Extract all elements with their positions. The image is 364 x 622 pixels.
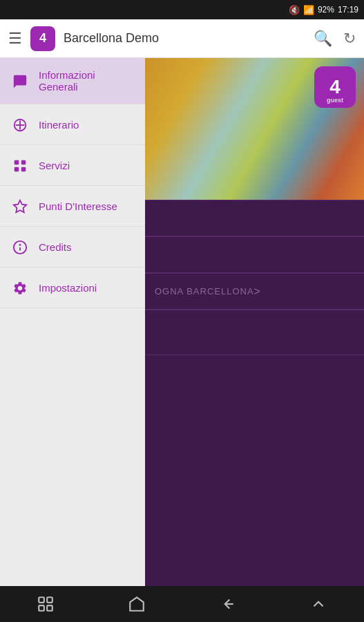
svg-rect-6: [21, 167, 26, 171]
app-title: Barcellona Demo: [64, 31, 305, 46]
hero-image: 4 guest: [145, 58, 364, 200]
sidebar-item-servizi[interactable]: Servizi: [0, 145, 145, 186]
hamburger-menu-icon[interactable]: ☰: [8, 30, 22, 48]
content-panel-2: [145, 236, 364, 273]
search-icon[interactable]: 🔍: [314, 30, 332, 48]
top-bar-actions: 🔍 ↻: [314, 30, 356, 48]
bottom-nav: [0, 586, 364, 622]
svg-rect-13: [39, 605, 44, 611]
app-logo-text: 4: [39, 31, 46, 46]
hero-logo-subtext: guest: [327, 97, 343, 104]
route-icon: [11, 115, 29, 133]
content-area: 4 guest OGNA BARCELLONA >: [145, 58, 364, 586]
info-icon: [11, 238, 29, 256]
home-button[interactable]: [116, 586, 157, 622]
sidebar-item-label-punti: Punti D'Interesse: [39, 200, 117, 212]
hero-logo-text: 4: [329, 76, 341, 98]
gear-icon: [11, 279, 29, 296]
svg-rect-14: [47, 605, 52, 611]
panel-row-4: [145, 310, 364, 355]
recent-apps-button[interactable]: [25, 586, 66, 622]
star-icon: [11, 197, 29, 215]
sidebar: Informazioni Generali Itinerario: [0, 58, 145, 586]
svg-rect-11: [39, 597, 44, 603]
barcelona-label: OGNA BARCELLONA: [155, 286, 254, 296]
sidebar-item-impostazioni[interactable]: Impostazioni: [0, 267, 145, 308]
sidebar-item-punti[interactable]: Punti D'Interesse: [0, 186, 145, 227]
grid-icon: [11, 156, 29, 174]
app-logo: 4: [30, 26, 55, 51]
volume-mute-icon: 🔇: [289, 5, 300, 15]
panel-row-barcelona[interactable]: OGNA BARCELLONA >: [145, 274, 364, 310]
refresh-icon[interactable]: ↻: [343, 30, 356, 48]
sidebar-item-itinerario[interactable]: Itinerario: [0, 104, 145, 145]
time-display: 17:19: [338, 5, 358, 15]
sidebar-item-label-credits: Credits: [39, 241, 72, 253]
sidebar-item-informazioni[interactable]: Informazioni Generali: [0, 58, 145, 104]
svg-rect-5: [15, 167, 19, 171]
battery-percentage: 92%: [318, 5, 334, 15]
panel-row-2: [145, 237, 364, 273]
status-bar: 🔇 📶 92% 17:19: [0, 0, 364, 19]
svg-marker-7: [14, 200, 26, 212]
chevron-right-icon: >: [254, 285, 260, 298]
hero-logo: 4 guest: [314, 66, 356, 108]
sidebar-item-label-impostazioni: Impostazioni: [39, 282, 97, 294]
chat-icon: [11, 72, 29, 90]
top-bar: ☰ 4 Barcellona Demo 🔍 ↻: [0, 19, 364, 58]
wifi-icon: 📶: [303, 5, 314, 15]
status-bar-icons: 🔇 📶 92% 17:19: [289, 5, 358, 15]
content-panel-4: [145, 310, 364, 355]
sidebar-item-label-informazioni: Informazioni Generali: [39, 69, 95, 93]
svg-rect-12: [47, 597, 52, 603]
content-panel-3[interactable]: OGNA BARCELLONA >: [145, 273, 364, 310]
sidebar-item-label-servizi: Servizi: [39, 160, 70, 171]
chevron-up-button[interactable]: [298, 586, 339, 622]
content-lower-area: [145, 355, 364, 521]
sidebar-item-credits[interactable]: Credits: [0, 227, 145, 267]
content-panel-1: [145, 200, 364, 236]
main-layout: Informazioni Generali Itinerario: [0, 58, 364, 586]
svg-rect-4: [21, 160, 26, 164]
back-button[interactable]: [207, 586, 248, 622]
svg-rect-3: [15, 160, 19, 164]
panel-row-1: [145, 200, 364, 236]
sidebar-item-label-itinerario: Itinerario: [39, 119, 79, 131]
